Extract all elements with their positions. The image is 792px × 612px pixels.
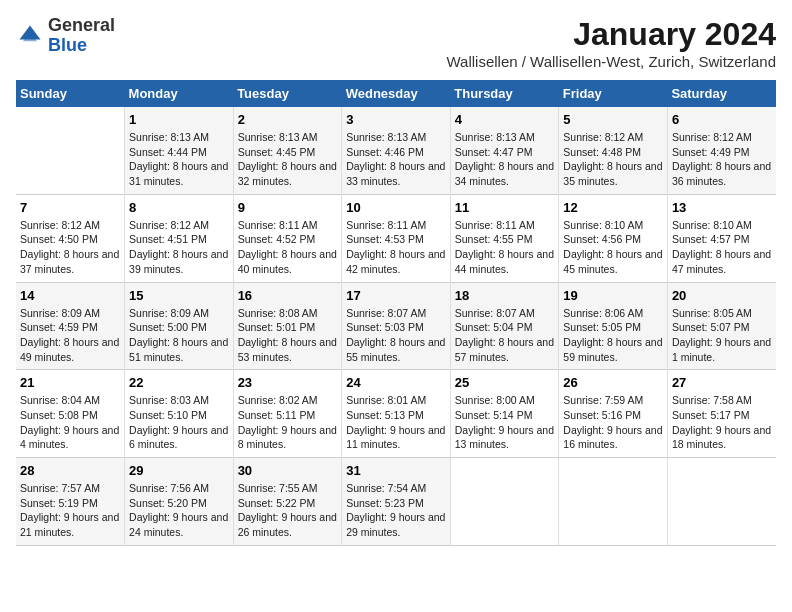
calendar-cell: 24Sunrise: 8:01 AMSunset: 5:13 PMDayligh… [342, 370, 451, 458]
calendar-cell: 11Sunrise: 8:11 AMSunset: 4:55 PMDayligh… [450, 194, 559, 282]
title-section: January 2024 Wallisellen / Wallisellen-W… [446, 16, 776, 70]
day-number: 10 [346, 200, 446, 215]
calendar-cell [450, 458, 559, 546]
day-info: Sunrise: 8:07 AMSunset: 5:04 PMDaylight:… [455, 306, 555, 365]
day-number: 19 [563, 288, 663, 303]
day-info: Sunrise: 8:11 AMSunset: 4:52 PMDaylight:… [238, 218, 338, 277]
header-section: General Blue January 2024 Wallisellen / … [16, 16, 776, 70]
calendar-cell: 13Sunrise: 8:10 AMSunset: 4:57 PMDayligh… [667, 194, 776, 282]
calendar-cell: 29Sunrise: 7:56 AMSunset: 5:20 PMDayligh… [125, 458, 234, 546]
day-number: 20 [672, 288, 772, 303]
calendar-cell: 21Sunrise: 8:04 AMSunset: 5:08 PMDayligh… [16, 370, 125, 458]
calendar-cell: 19Sunrise: 8:06 AMSunset: 5:05 PMDayligh… [559, 282, 668, 370]
day-number: 8 [129, 200, 229, 215]
logo-blue-text: Blue [48, 35, 87, 55]
day-number: 21 [20, 375, 120, 390]
day-number: 11 [455, 200, 555, 215]
calendar-cell [667, 458, 776, 546]
day-number: 12 [563, 200, 663, 215]
day-info: Sunrise: 8:10 AMSunset: 4:56 PMDaylight:… [563, 218, 663, 277]
calendar-cell: 9Sunrise: 8:11 AMSunset: 4:52 PMDaylight… [233, 194, 342, 282]
day-number: 17 [346, 288, 446, 303]
day-number: 5 [563, 112, 663, 127]
day-info: Sunrise: 8:12 AMSunset: 4:49 PMDaylight:… [672, 130, 772, 189]
day-number: 27 [672, 375, 772, 390]
day-number: 24 [346, 375, 446, 390]
calendar-cell: 7Sunrise: 8:12 AMSunset: 4:50 PMDaylight… [16, 194, 125, 282]
day-number: 29 [129, 463, 229, 478]
day-number: 25 [455, 375, 555, 390]
calendar-cell: 15Sunrise: 8:09 AMSunset: 5:00 PMDayligh… [125, 282, 234, 370]
weekday-header-saturday: Saturday [667, 80, 776, 107]
day-number: 4 [455, 112, 555, 127]
logo: General Blue [16, 16, 115, 56]
day-number: 7 [20, 200, 120, 215]
logo-general-text: General [48, 15, 115, 35]
day-number: 15 [129, 288, 229, 303]
calendar-cell: 5Sunrise: 8:12 AMSunset: 4:48 PMDaylight… [559, 107, 668, 194]
day-info: Sunrise: 8:06 AMSunset: 5:05 PMDaylight:… [563, 306, 663, 365]
day-number: 13 [672, 200, 772, 215]
day-info: Sunrise: 8:08 AMSunset: 5:01 PMDaylight:… [238, 306, 338, 365]
day-info: Sunrise: 8:12 AMSunset: 4:48 PMDaylight:… [563, 130, 663, 189]
calendar-cell [16, 107, 125, 194]
calendar-cell: 17Sunrise: 8:07 AMSunset: 5:03 PMDayligh… [342, 282, 451, 370]
calendar-cell: 26Sunrise: 7:59 AMSunset: 5:16 PMDayligh… [559, 370, 668, 458]
calendar-cell: 4Sunrise: 8:13 AMSunset: 4:47 PMDaylight… [450, 107, 559, 194]
day-info: Sunrise: 7:54 AMSunset: 5:23 PMDaylight:… [346, 481, 446, 540]
calendar-cell: 23Sunrise: 8:02 AMSunset: 5:11 PMDayligh… [233, 370, 342, 458]
day-number: 22 [129, 375, 229, 390]
calendar-cell: 28Sunrise: 7:57 AMSunset: 5:19 PMDayligh… [16, 458, 125, 546]
day-number: 30 [238, 463, 338, 478]
day-number: 2 [238, 112, 338, 127]
calendar-cell: 2Sunrise: 8:13 AMSunset: 4:45 PMDaylight… [233, 107, 342, 194]
calendar-cell: 8Sunrise: 8:12 AMSunset: 4:51 PMDaylight… [125, 194, 234, 282]
day-number: 26 [563, 375, 663, 390]
calendar-cell: 20Sunrise: 8:05 AMSunset: 5:07 PMDayligh… [667, 282, 776, 370]
day-info: Sunrise: 8:10 AMSunset: 4:57 PMDaylight:… [672, 218, 772, 277]
weekday-header-tuesday: Tuesday [233, 80, 342, 107]
calendar-cell: 31Sunrise: 7:54 AMSunset: 5:23 PMDayligh… [342, 458, 451, 546]
calendar-cell: 3Sunrise: 8:13 AMSunset: 4:46 PMDaylight… [342, 107, 451, 194]
calendar-cell: 25Sunrise: 8:00 AMSunset: 5:14 PMDayligh… [450, 370, 559, 458]
calendar-cell: 12Sunrise: 8:10 AMSunset: 4:56 PMDayligh… [559, 194, 668, 282]
calendar-week-row: 14Sunrise: 8:09 AMSunset: 4:59 PMDayligh… [16, 282, 776, 370]
day-info: Sunrise: 8:03 AMSunset: 5:10 PMDaylight:… [129, 393, 229, 452]
day-info: Sunrise: 7:57 AMSunset: 5:19 PMDaylight:… [20, 481, 120, 540]
calendar-cell: 22Sunrise: 8:03 AMSunset: 5:10 PMDayligh… [125, 370, 234, 458]
day-number: 3 [346, 112, 446, 127]
day-info: Sunrise: 8:00 AMSunset: 5:14 PMDaylight:… [455, 393, 555, 452]
calendar-week-row: 21Sunrise: 8:04 AMSunset: 5:08 PMDayligh… [16, 370, 776, 458]
day-info: Sunrise: 8:12 AMSunset: 4:51 PMDaylight:… [129, 218, 229, 277]
day-number: 23 [238, 375, 338, 390]
day-info: Sunrise: 8:11 AMSunset: 4:53 PMDaylight:… [346, 218, 446, 277]
calendar-cell: 14Sunrise: 8:09 AMSunset: 4:59 PMDayligh… [16, 282, 125, 370]
day-info: Sunrise: 8:13 AMSunset: 4:47 PMDaylight:… [455, 130, 555, 189]
weekday-header-monday: Monday [125, 80, 234, 107]
day-number: 31 [346, 463, 446, 478]
calendar-cell: 18Sunrise: 8:07 AMSunset: 5:04 PMDayligh… [450, 282, 559, 370]
weekday-header-thursday: Thursday [450, 80, 559, 107]
calendar-week-row: 7Sunrise: 8:12 AMSunset: 4:50 PMDaylight… [16, 194, 776, 282]
day-number: 16 [238, 288, 338, 303]
day-info: Sunrise: 7:58 AMSunset: 5:17 PMDaylight:… [672, 393, 772, 452]
weekday-header-friday: Friday [559, 80, 668, 107]
day-info: Sunrise: 8:11 AMSunset: 4:55 PMDaylight:… [455, 218, 555, 277]
day-info: Sunrise: 8:13 AMSunset: 4:46 PMDaylight:… [346, 130, 446, 189]
weekday-header-sunday: Sunday [16, 80, 125, 107]
day-info: Sunrise: 8:05 AMSunset: 5:07 PMDaylight:… [672, 306, 772, 365]
calendar-cell [559, 458, 668, 546]
weekday-header-row: SundayMondayTuesdayWednesdayThursdayFrid… [16, 80, 776, 107]
logo-icon [16, 22, 44, 50]
day-number: 14 [20, 288, 120, 303]
day-info: Sunrise: 8:13 AMSunset: 4:45 PMDaylight:… [238, 130, 338, 189]
day-info: Sunrise: 8:12 AMSunset: 4:50 PMDaylight:… [20, 218, 120, 277]
day-info: Sunrise: 8:04 AMSunset: 5:08 PMDaylight:… [20, 393, 120, 452]
day-info: Sunrise: 7:56 AMSunset: 5:20 PMDaylight:… [129, 481, 229, 540]
calendar-title: January 2024 [446, 16, 776, 53]
page-wrapper: General Blue January 2024 Wallisellen / … [16, 16, 776, 546]
calendar-cell: 16Sunrise: 8:08 AMSunset: 5:01 PMDayligh… [233, 282, 342, 370]
day-info: Sunrise: 7:55 AMSunset: 5:22 PMDaylight:… [238, 481, 338, 540]
calendar-cell: 1Sunrise: 8:13 AMSunset: 4:44 PMDaylight… [125, 107, 234, 194]
day-info: Sunrise: 8:09 AMSunset: 4:59 PMDaylight:… [20, 306, 120, 365]
